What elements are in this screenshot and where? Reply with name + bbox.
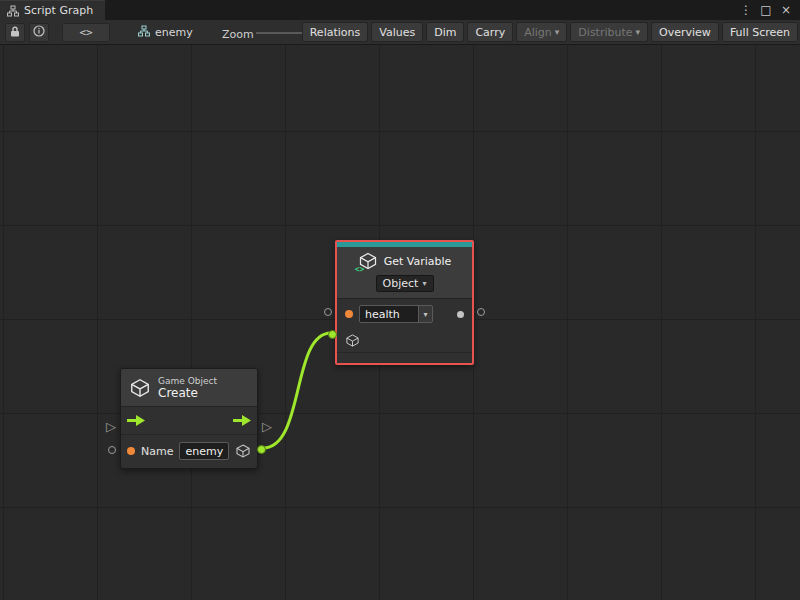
variable-name-value: health: [360, 308, 418, 321]
code-badge-icon: <>: [355, 265, 365, 274]
gameobject-output-port[interactable]: [257, 445, 266, 454]
tab-script-graph[interactable]: Script Graph: [0, 0, 105, 20]
code-view-button[interactable]: <>: [62, 23, 110, 42]
variable-name-input[interactable]: health ▾: [359, 305, 433, 323]
overview-button[interactable]: Overview: [651, 22, 719, 42]
gameobject-output-icon[interactable]: [235, 443, 251, 459]
flow-output-arrow-icon[interactable]: [233, 415, 251, 426]
value-output-dot-icon[interactable]: [457, 311, 464, 318]
window-controls: ⋮ □ ×: [738, 0, 800, 20]
flow-input-port[interactable]: ▷: [106, 420, 116, 433]
graph-asset-icon: [138, 25, 150, 40]
maximize-icon[interactable]: □: [758, 3, 774, 17]
string-input-dot-icon[interactable]: [345, 310, 353, 318]
create-node-category: Game Object: [158, 376, 217, 386]
fullscreen-button[interactable]: Full Screen: [722, 22, 798, 42]
script-graph-icon: [7, 5, 19, 17]
variable-picker-caret-icon[interactable]: ▾: [418, 306, 432, 322]
close-icon[interactable]: ×: [778, 3, 794, 17]
fullscreen-label: Full Screen: [730, 26, 790, 39]
align-button[interactable]: Align ▾: [516, 22, 567, 42]
gameobject-input-icon[interactable]: [345, 333, 360, 348]
distribute-button[interactable]: Distribute ▾: [570, 22, 648, 42]
flow-input-arrow-icon[interactable]: [127, 415, 145, 426]
variable-name-row: health ▾: [337, 299, 472, 329]
name-input-port[interactable]: [108, 446, 116, 454]
info-button[interactable]: [29, 23, 49, 42]
script-graph-window: Script Graph ⋮ □ ×: [0, 0, 800, 600]
graph-asset[interactable]: enemy: [138, 23, 193, 42]
name-param-label: Name: [141, 445, 173, 458]
relations-button[interactable]: Relations: [302, 22, 369, 42]
create-node[interactable]: Game Object Create: [120, 368, 258, 469]
get-variable-node[interactable]: <> Get Variable Object ▾ health ▾: [335, 240, 474, 365]
variable-name-input-port[interactable]: [324, 308, 332, 316]
dim-button[interactable]: Dim: [426, 22, 464, 42]
name-input-value: enemy: [180, 445, 228, 458]
name-input[interactable]: enemy: [179, 442, 229, 460]
menu-icon[interactable]: ⋮: [738, 3, 754, 17]
value-output-port[interactable]: [477, 308, 485, 316]
create-node-header[interactable]: Game Object Create: [121, 369, 257, 407]
lock-button[interactable]: [5, 23, 25, 42]
dim-label: Dim: [434, 26, 456, 39]
get-variable-title: Get Variable: [384, 255, 452, 268]
overview-label: Overview: [659, 26, 711, 39]
string-input-dot-icon[interactable]: [127, 447, 135, 455]
zoom-label: Zoom: [222, 28, 254, 41]
values-label: Values: [379, 26, 415, 39]
toolbar-buttons: Relations Values Dim Carry Align ▾ Distr…: [302, 22, 798, 42]
graph-name-label: enemy: [155, 26, 193, 39]
info-icon: [33, 25, 45, 40]
align-label: Align: [524, 26, 552, 39]
titlebar: Script Graph ⋮ □ ×: [0, 0, 800, 20]
variable-scope-value: Object: [383, 277, 419, 290]
variable-object-cube-icon: <>: [358, 251, 378, 271]
chevron-down-icon: ▾: [555, 27, 560, 37]
graph-canvas[interactable]: Game Object Create: [0, 45, 800, 600]
relations-label: Relations: [310, 26, 361, 39]
chevron-down-icon: ▾: [636, 27, 641, 37]
graph-toolbar: <> enemy Zoom 1x Relations: [0, 20, 800, 45]
code-icon: <>: [79, 26, 92, 39]
chevron-down-icon: ▾: [422, 279, 426, 288]
create-node-flow-row: [121, 407, 257, 435]
tab-title: Script Graph: [24, 4, 93, 17]
carry-label: Carry: [475, 26, 505, 39]
distribute-label: Distribute: [578, 26, 632, 39]
lock-icon: [10, 26, 20, 40]
carry-button[interactable]: Carry: [467, 22, 513, 42]
create-node-title: Create: [158, 386, 217, 400]
flow-output-port[interactable]: ▷: [262, 420, 272, 433]
variable-scope-dropdown[interactable]: Object ▾: [376, 275, 434, 292]
gameobject-input-port[interactable]: [328, 330, 337, 339]
create-node-param-row: Name enemy: [121, 435, 257, 467]
values-button[interactable]: Values: [371, 22, 423, 42]
game-object-cube-icon: [129, 377, 151, 399]
gameobject-input-row: [337, 329, 472, 353]
get-variable-header[interactable]: <> Get Variable Object ▾: [337, 247, 472, 299]
